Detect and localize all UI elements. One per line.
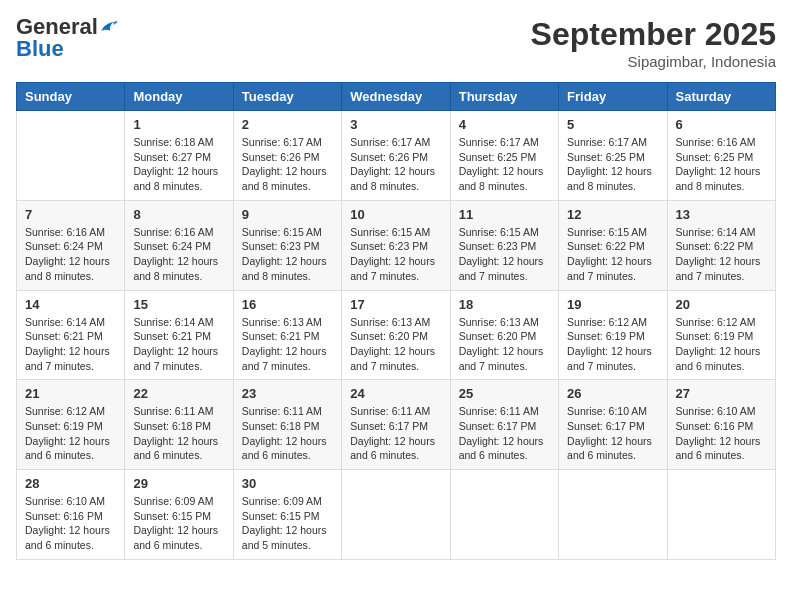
day-info: Sunrise: 6:09 AM Sunset: 6:15 PM Dayligh…: [133, 494, 224, 553]
calendar-week-row: 1Sunrise: 6:18 AM Sunset: 6:27 PM Daylig…: [17, 111, 776, 201]
day-info: Sunrise: 6:11 AM Sunset: 6:17 PM Dayligh…: [459, 404, 550, 463]
day-number: 22: [133, 386, 224, 401]
calendar-cell: 5Sunrise: 6:17 AM Sunset: 6:25 PM Daylig…: [559, 111, 667, 201]
calendar-cell: 22Sunrise: 6:11 AM Sunset: 6:18 PM Dayli…: [125, 380, 233, 470]
calendar-cell: 19Sunrise: 6:12 AM Sunset: 6:19 PM Dayli…: [559, 290, 667, 380]
day-info: Sunrise: 6:13 AM Sunset: 6:21 PM Dayligh…: [242, 315, 333, 374]
day-number: 3: [350, 117, 441, 132]
day-number: 29: [133, 476, 224, 491]
calendar-cell: [559, 470, 667, 560]
day-info: Sunrise: 6:09 AM Sunset: 6:15 PM Dayligh…: [242, 494, 333, 553]
calendar-cell: 29Sunrise: 6:09 AM Sunset: 6:15 PM Dayli…: [125, 470, 233, 560]
day-info: Sunrise: 6:14 AM Sunset: 6:22 PM Dayligh…: [676, 225, 767, 284]
weekday-header-monday: Monday: [125, 83, 233, 111]
day-info: Sunrise: 6:17 AM Sunset: 6:26 PM Dayligh…: [242, 135, 333, 194]
day-info: Sunrise: 6:16 AM Sunset: 6:24 PM Dayligh…: [25, 225, 116, 284]
calendar-cell: 26Sunrise: 6:10 AM Sunset: 6:17 PM Dayli…: [559, 380, 667, 470]
logo-bird-icon: [100, 20, 118, 34]
day-info: Sunrise: 6:13 AM Sunset: 6:20 PM Dayligh…: [350, 315, 441, 374]
calendar-cell: 1Sunrise: 6:18 AM Sunset: 6:27 PM Daylig…: [125, 111, 233, 201]
day-number: 1: [133, 117, 224, 132]
calendar-cell: 14Sunrise: 6:14 AM Sunset: 6:21 PM Dayli…: [17, 290, 125, 380]
day-number: 12: [567, 207, 658, 222]
calendar-cell: 8Sunrise: 6:16 AM Sunset: 6:24 PM Daylig…: [125, 200, 233, 290]
day-number: 6: [676, 117, 767, 132]
page-header: General Blue September 2025 Sipagimbar, …: [16, 16, 776, 70]
calendar-cell: 2Sunrise: 6:17 AM Sunset: 6:26 PM Daylig…: [233, 111, 341, 201]
calendar-cell: 16Sunrise: 6:13 AM Sunset: 6:21 PM Dayli…: [233, 290, 341, 380]
day-number: 16: [242, 297, 333, 312]
calendar-cell: 6Sunrise: 6:16 AM Sunset: 6:25 PM Daylig…: [667, 111, 775, 201]
day-number: 21: [25, 386, 116, 401]
weekday-header-wednesday: Wednesday: [342, 83, 450, 111]
day-info: Sunrise: 6:10 AM Sunset: 6:17 PM Dayligh…: [567, 404, 658, 463]
day-info: Sunrise: 6:17 AM Sunset: 6:25 PM Dayligh…: [567, 135, 658, 194]
weekday-header-row: SundayMondayTuesdayWednesdayThursdayFrid…: [17, 83, 776, 111]
day-number: 10: [350, 207, 441, 222]
weekday-header-saturday: Saturday: [667, 83, 775, 111]
day-info: Sunrise: 6:10 AM Sunset: 6:16 PM Dayligh…: [676, 404, 767, 463]
calendar-week-row: 7Sunrise: 6:16 AM Sunset: 6:24 PM Daylig…: [17, 200, 776, 290]
calendar-cell: 27Sunrise: 6:10 AM Sunset: 6:16 PM Dayli…: [667, 380, 775, 470]
day-number: 14: [25, 297, 116, 312]
calendar-cell: 9Sunrise: 6:15 AM Sunset: 6:23 PM Daylig…: [233, 200, 341, 290]
day-info: Sunrise: 6:11 AM Sunset: 6:18 PM Dayligh…: [133, 404, 224, 463]
calendar-cell: 3Sunrise: 6:17 AM Sunset: 6:26 PM Daylig…: [342, 111, 450, 201]
calendar-cell: 4Sunrise: 6:17 AM Sunset: 6:25 PM Daylig…: [450, 111, 558, 201]
day-number: 13: [676, 207, 767, 222]
day-info: Sunrise: 6:17 AM Sunset: 6:26 PM Dayligh…: [350, 135, 441, 194]
day-number: 30: [242, 476, 333, 491]
day-number: 2: [242, 117, 333, 132]
calendar-cell: 11Sunrise: 6:15 AM Sunset: 6:23 PM Dayli…: [450, 200, 558, 290]
day-info: Sunrise: 6:15 AM Sunset: 6:22 PM Dayligh…: [567, 225, 658, 284]
day-info: Sunrise: 6:18 AM Sunset: 6:27 PM Dayligh…: [133, 135, 224, 194]
day-info: Sunrise: 6:10 AM Sunset: 6:16 PM Dayligh…: [25, 494, 116, 553]
day-number: 11: [459, 207, 550, 222]
day-info: Sunrise: 6:12 AM Sunset: 6:19 PM Dayligh…: [567, 315, 658, 374]
day-info: Sunrise: 6:13 AM Sunset: 6:20 PM Dayligh…: [459, 315, 550, 374]
calendar-cell: 7Sunrise: 6:16 AM Sunset: 6:24 PM Daylig…: [17, 200, 125, 290]
calendar-cell: 30Sunrise: 6:09 AM Sunset: 6:15 PM Dayli…: [233, 470, 341, 560]
day-number: 18: [459, 297, 550, 312]
calendar-week-row: 28Sunrise: 6:10 AM Sunset: 6:16 PM Dayli…: [17, 470, 776, 560]
calendar-cell: 18Sunrise: 6:13 AM Sunset: 6:20 PM Dayli…: [450, 290, 558, 380]
day-number: 20: [676, 297, 767, 312]
weekday-header-friday: Friday: [559, 83, 667, 111]
calendar-week-row: 21Sunrise: 6:12 AM Sunset: 6:19 PM Dayli…: [17, 380, 776, 470]
day-info: Sunrise: 6:15 AM Sunset: 6:23 PM Dayligh…: [459, 225, 550, 284]
day-info: Sunrise: 6:14 AM Sunset: 6:21 PM Dayligh…: [25, 315, 116, 374]
day-info: Sunrise: 6:12 AM Sunset: 6:19 PM Dayligh…: [676, 315, 767, 374]
logo: General Blue: [16, 16, 118, 60]
day-number: 23: [242, 386, 333, 401]
calendar-cell: 10Sunrise: 6:15 AM Sunset: 6:23 PM Dayli…: [342, 200, 450, 290]
day-number: 15: [133, 297, 224, 312]
day-info: Sunrise: 6:11 AM Sunset: 6:18 PM Dayligh…: [242, 404, 333, 463]
day-info: Sunrise: 6:16 AM Sunset: 6:25 PM Dayligh…: [676, 135, 767, 194]
weekday-header-sunday: Sunday: [17, 83, 125, 111]
calendar-cell: 25Sunrise: 6:11 AM Sunset: 6:17 PM Dayli…: [450, 380, 558, 470]
day-info: Sunrise: 6:16 AM Sunset: 6:24 PM Dayligh…: [133, 225, 224, 284]
day-number: 28: [25, 476, 116, 491]
day-info: Sunrise: 6:14 AM Sunset: 6:21 PM Dayligh…: [133, 315, 224, 374]
day-info: Sunrise: 6:11 AM Sunset: 6:17 PM Dayligh…: [350, 404, 441, 463]
calendar-cell: [342, 470, 450, 560]
calendar-cell: 21Sunrise: 6:12 AM Sunset: 6:19 PM Dayli…: [17, 380, 125, 470]
day-number: 9: [242, 207, 333, 222]
day-number: 25: [459, 386, 550, 401]
title-section: September 2025 Sipagimbar, Indonesia: [531, 16, 776, 70]
calendar-cell: [450, 470, 558, 560]
day-number: 19: [567, 297, 658, 312]
calendar-cell: 28Sunrise: 6:10 AM Sunset: 6:16 PM Dayli…: [17, 470, 125, 560]
day-number: 8: [133, 207, 224, 222]
calendar-cell: 20Sunrise: 6:12 AM Sunset: 6:19 PM Dayli…: [667, 290, 775, 380]
day-number: 26: [567, 386, 658, 401]
logo-blue: Blue: [16, 36, 64, 61]
calendar-cell: 17Sunrise: 6:13 AM Sunset: 6:20 PM Dayli…: [342, 290, 450, 380]
calendar-cell: 23Sunrise: 6:11 AM Sunset: 6:18 PM Dayli…: [233, 380, 341, 470]
location: Sipagimbar, Indonesia: [531, 53, 776, 70]
month-title: September 2025: [531, 16, 776, 53]
calendar-cell: 12Sunrise: 6:15 AM Sunset: 6:22 PM Dayli…: [559, 200, 667, 290]
day-number: 4: [459, 117, 550, 132]
calendar-week-row: 14Sunrise: 6:14 AM Sunset: 6:21 PM Dayli…: [17, 290, 776, 380]
calendar-cell: 15Sunrise: 6:14 AM Sunset: 6:21 PM Dayli…: [125, 290, 233, 380]
